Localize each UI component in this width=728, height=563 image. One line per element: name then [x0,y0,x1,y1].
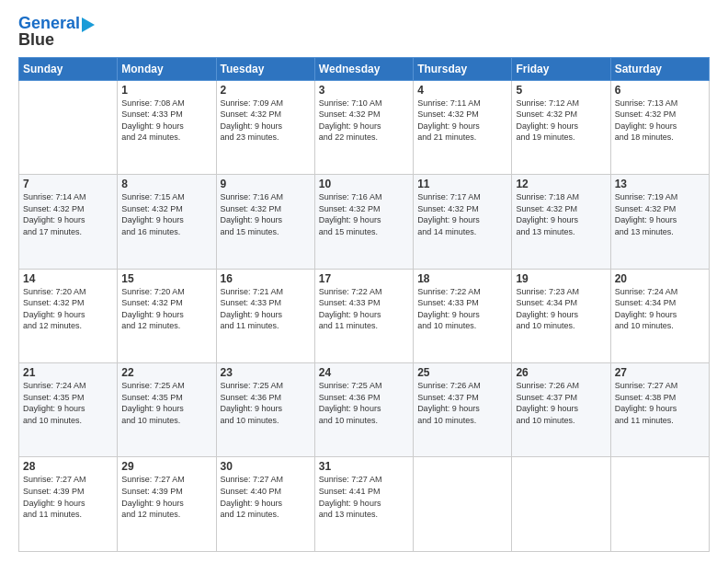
day-info: Sunrise: 7:12 AM Sunset: 4:32 PM Dayligh… [516,98,606,144]
day-info: Sunrise: 7:26 AM Sunset: 4:37 PM Dayligh… [417,380,507,426]
day-number: 12 [516,178,606,190]
day-info: Sunrise: 7:27 AM Sunset: 4:41 PM Dayligh… [319,474,409,520]
day-number: 28 [23,460,113,473]
calendar-cell: 12Sunrise: 7:18 AM Sunset: 4:32 PM Dayli… [512,175,610,269]
calendar-cell [610,457,709,552]
calendar-cell: 3Sunrise: 7:10 AM Sunset: 4:32 PM Daylig… [314,80,413,174]
calendar-cell: 5Sunrise: 7:12 AM Sunset: 4:32 PM Daylig… [512,80,610,174]
calendar-cell: 7Sunrise: 7:14 AM Sunset: 4:32 PM Daylig… [19,175,118,269]
day-info: Sunrise: 7:23 AM Sunset: 4:34 PM Dayligh… [516,286,606,332]
day-number: 24 [319,366,409,379]
day-info: Sunrise: 7:11 AM Sunset: 4:32 PM Dayligh… [417,98,507,144]
day-info: Sunrise: 7:15 AM Sunset: 4:32 PM Dayligh… [121,191,211,237]
day-info: Sunrise: 7:16 AM Sunset: 4:32 PM Dayligh… [221,191,311,237]
calendar-header-sunday: Sunday [19,57,118,80]
day-info: Sunrise: 7:21 AM Sunset: 4:33 PM Dayligh… [221,286,311,332]
calendar-header-row: SundayMondayTuesdayWednesdayThursdayFrid… [19,57,710,80]
day-number: 15 [121,272,211,285]
calendar-header-monday: Monday [118,57,216,80]
day-number: 5 [516,84,606,97]
day-number: 14 [23,272,113,285]
calendar-cell: 14Sunrise: 7:20 AM Sunset: 4:32 PM Dayli… [19,269,118,362]
day-info: Sunrise: 7:17 AM Sunset: 4:32 PM Dayligh… [417,191,507,237]
calendar-header-tuesday: Tuesday [216,57,314,80]
day-number: 11 [417,178,507,190]
calendar-cell: 16Sunrise: 7:21 AM Sunset: 4:33 PM Dayli… [216,269,314,362]
day-number: 10 [319,178,409,190]
day-number: 17 [319,272,409,285]
calendar-cell: 20Sunrise: 7:24 AM Sunset: 4:34 PM Dayli… [610,269,709,362]
calendar-cell: 28Sunrise: 7:27 AM Sunset: 4:39 PM Dayli… [19,457,118,552]
day-info: Sunrise: 7:14 AM Sunset: 4:32 PM Dayligh… [23,191,113,237]
day-number: 30 [221,460,311,473]
day-number: 29 [121,460,211,473]
calendar-cell: 17Sunrise: 7:22 AM Sunset: 4:33 PM Dayli… [314,269,413,362]
calendar-cell: 30Sunrise: 7:27 AM Sunset: 4:40 PM Dayli… [216,457,314,552]
calendar-cell [19,80,118,174]
day-number: 7 [23,178,113,190]
day-number: 4 [417,84,507,97]
calendar-week-5: 28Sunrise: 7:27 AM Sunset: 4:39 PM Dayli… [19,457,710,552]
day-number: 23 [221,366,311,379]
calendar-cell: 1Sunrise: 7:08 AM Sunset: 4:33 PM Daylig… [118,80,216,174]
calendar-cell: 9Sunrise: 7:16 AM Sunset: 4:32 PM Daylig… [216,175,314,269]
calendar-cell: 29Sunrise: 7:27 AM Sunset: 4:39 PM Dayli… [118,457,216,552]
day-number: 21 [23,366,113,379]
calendar-cell: 22Sunrise: 7:25 AM Sunset: 4:35 PM Dayli… [118,363,216,457]
calendar-week-1: 1Sunrise: 7:08 AM Sunset: 4:33 PM Daylig… [19,80,710,174]
calendar-cell: 2Sunrise: 7:09 AM Sunset: 4:32 PM Daylig… [216,80,314,174]
calendar-cell: 27Sunrise: 7:27 AM Sunset: 4:38 PM Dayli… [610,363,709,457]
day-number: 8 [121,178,211,190]
logo-blue: Blue [18,31,54,50]
logo-general: General [18,14,80,32]
calendar-week-3: 14Sunrise: 7:20 AM Sunset: 4:32 PM Dayli… [19,269,710,362]
day-number: 26 [516,366,606,379]
day-number: 27 [615,366,705,379]
calendar-cell: 23Sunrise: 7:25 AM Sunset: 4:36 PM Dayli… [216,363,314,457]
day-number: 22 [121,366,211,379]
day-info: Sunrise: 7:24 AM Sunset: 4:34 PM Dayligh… [615,286,705,332]
day-info: Sunrise: 7:27 AM Sunset: 4:39 PM Dayligh… [121,474,211,520]
day-info: Sunrise: 7:26 AM Sunset: 4:37 PM Dayligh… [516,380,606,426]
day-info: Sunrise: 7:19 AM Sunset: 4:32 PM Dayligh… [615,191,705,237]
calendar-header-friday: Friday [512,57,610,80]
calendar-week-2: 7Sunrise: 7:14 AM Sunset: 4:32 PM Daylig… [19,175,710,269]
calendar-cell: 25Sunrise: 7:26 AM Sunset: 4:37 PM Dayli… [414,363,512,457]
day-number: 25 [417,366,507,379]
day-number: 19 [516,272,606,285]
day-info: Sunrise: 7:25 AM Sunset: 4:36 PM Dayligh… [319,380,409,426]
calendar-cell: 19Sunrise: 7:23 AM Sunset: 4:34 PM Dayli… [512,269,610,362]
day-number: 9 [221,178,311,190]
calendar-cell [512,457,610,552]
calendar-cell [414,457,512,552]
day-info: Sunrise: 7:08 AM Sunset: 4:33 PM Dayligh… [121,98,211,144]
calendar-cell: 8Sunrise: 7:15 AM Sunset: 4:32 PM Daylig… [118,175,216,269]
day-info: Sunrise: 7:20 AM Sunset: 4:32 PM Dayligh… [121,286,211,332]
day-info: Sunrise: 7:13 AM Sunset: 4:32 PM Dayligh… [615,98,705,144]
calendar-cell: 21Sunrise: 7:24 AM Sunset: 4:35 PM Dayli… [19,363,118,457]
day-number: 16 [221,272,311,285]
day-number: 6 [615,84,705,97]
calendar-table: SundayMondayTuesdayWednesdayThursdayFrid… [18,57,710,552]
day-info: Sunrise: 7:22 AM Sunset: 4:33 PM Dayligh… [417,286,507,332]
calendar-cell: 10Sunrise: 7:16 AM Sunset: 4:32 PM Dayli… [314,175,413,269]
day-number: 2 [221,84,311,97]
calendar-cell: 15Sunrise: 7:20 AM Sunset: 4:32 PM Dayli… [118,269,216,362]
day-info: Sunrise: 7:18 AM Sunset: 4:32 PM Dayligh… [516,191,606,237]
page: General Blue SundayMondayTuesdayWednesda… [0,0,728,563]
day-info: Sunrise: 7:16 AM Sunset: 4:32 PM Dayligh… [319,191,409,237]
day-number: 13 [615,178,705,190]
calendar-header-thursday: Thursday [414,57,512,80]
day-info: Sunrise: 7:25 AM Sunset: 4:35 PM Dayligh… [121,380,211,426]
calendar-cell: 4Sunrise: 7:11 AM Sunset: 4:32 PM Daylig… [414,80,512,174]
day-number: 1 [121,84,211,97]
calendar-header-wednesday: Wednesday [314,57,413,80]
day-info: Sunrise: 7:27 AM Sunset: 4:40 PM Dayligh… [221,474,311,520]
day-info: Sunrise: 7:24 AM Sunset: 4:35 PM Dayligh… [23,380,113,426]
calendar-cell: 26Sunrise: 7:26 AM Sunset: 4:37 PM Dayli… [512,363,610,457]
day-info: Sunrise: 7:27 AM Sunset: 4:38 PM Dayligh… [615,380,705,426]
day-info: Sunrise: 7:22 AM Sunset: 4:33 PM Dayligh… [319,286,409,332]
calendar-cell: 11Sunrise: 7:17 AM Sunset: 4:32 PM Dayli… [414,175,512,269]
calendar-cell: 13Sunrise: 7:19 AM Sunset: 4:32 PM Dayli… [610,175,709,269]
calendar-cell: 31Sunrise: 7:27 AM Sunset: 4:41 PM Dayli… [314,457,413,552]
